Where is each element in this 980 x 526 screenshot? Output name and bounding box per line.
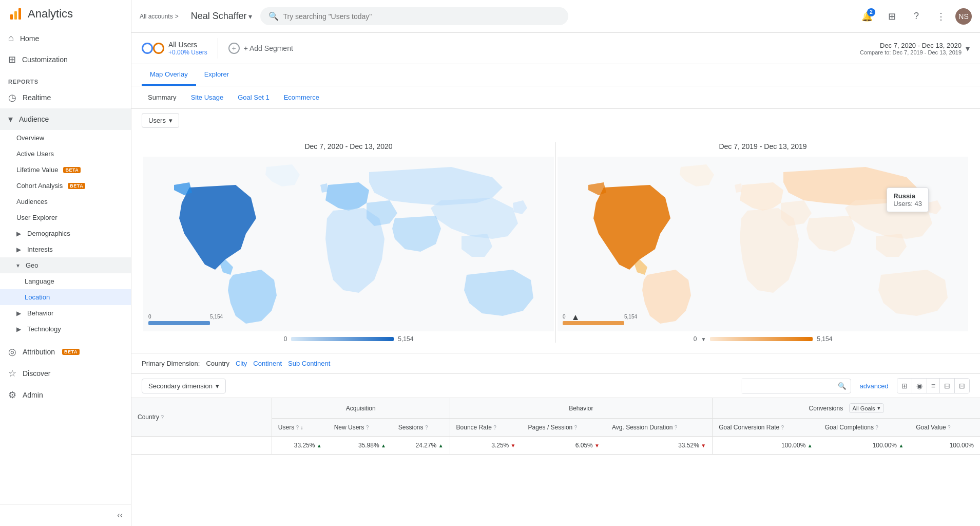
advanced-link[interactable]: advanced xyxy=(855,379,892,393)
dim-continent[interactable]: Continent xyxy=(253,360,282,367)
demographics-expand-icon: ▶ xyxy=(16,230,21,237)
sidebar-item-attribution[interactable]: ◎ Attribution BETA xyxy=(0,341,131,363)
sidebar-item-behavior[interactable]: ▶ Behavior xyxy=(0,305,131,321)
reports-section-label: REPORTS xyxy=(0,70,131,87)
users-dropdown-label: Users xyxy=(148,117,166,124)
sidebar-item-attribution-label: Attribution xyxy=(23,348,55,356)
svg-text:5,154: 5,154 xyxy=(624,314,637,320)
sidebar-item-technology[interactable]: ▶ Technology xyxy=(0,321,131,337)
goal-value-help-icon[interactable]: ? xyxy=(948,425,951,430)
map-controls: Users ▾ xyxy=(131,109,980,132)
sidebar-collapse-button[interactable]: ‹‹ xyxy=(0,504,131,526)
admin-icon: ⚙ xyxy=(8,389,16,401)
grid-icon: ⊞ xyxy=(888,11,896,22)
sidebar-item-user-explorer[interactable]: User Explorer xyxy=(0,210,131,226)
conversions-label: Conversions xyxy=(809,405,843,412)
grid-menu-button[interactable]: ⊞ xyxy=(881,6,902,27)
avg-session-help-icon[interactable]: ? xyxy=(675,425,678,430)
more-icon: ⋮ xyxy=(936,11,946,22)
add-segment-button[interactable]: + + Add Segment xyxy=(228,43,293,54)
sidebar-item-demographics[interactable]: ▶ Demographics xyxy=(0,226,131,241)
sub-tab-summary[interactable]: Summary xyxy=(142,90,183,104)
view-performance-button[interactable]: ≡ xyxy=(927,379,940,393)
sidebar-item-audience[interactable]: ▾ Audience xyxy=(0,108,131,130)
sidebar-item-lifetime-value[interactable]: Lifetime Value BETA xyxy=(0,162,131,178)
view-comparison-button[interactable]: ⊟ xyxy=(940,379,955,393)
pivot-icon: ⊡ xyxy=(959,382,965,390)
search-icon: 🔍 xyxy=(838,382,847,390)
sidebar-item-home[interactable]: ⌂ Home xyxy=(0,28,131,49)
table-search-button[interactable]: 🔍 xyxy=(834,379,851,393)
view-pivot-button[interactable]: ⊡ xyxy=(955,379,969,393)
search-input[interactable] xyxy=(283,12,560,21)
comparison-icon: ⊟ xyxy=(944,382,950,390)
sidebar-item-active-users[interactable]: Active Users xyxy=(0,146,131,162)
tab-map-overlay[interactable]: Map Overlay xyxy=(142,64,196,86)
sidebar-item-cohort-analysis[interactable]: Cohort Analysis BETA xyxy=(0,178,131,194)
date-range-text: Dec 7, 2020 - Dec 13, 2020 xyxy=(860,42,962,49)
col-header-new-users: New Users ? xyxy=(328,419,392,437)
world-map-blue: 0 5,154 xyxy=(142,157,555,331)
sidebar-item-lifetime-value-label: Lifetime Value xyxy=(16,166,58,174)
sidebar-item-language-label: Language xyxy=(25,277,54,285)
sidebar-item-home-label: Home xyxy=(20,34,39,43)
sidebar-header: Analytics xyxy=(0,0,131,28)
view-table-button[interactable]: ⊞ xyxy=(897,379,912,393)
sidebar-item-interests[interactable]: ▶ Interests xyxy=(0,241,131,257)
behavior-expand-icon: ▶ xyxy=(16,310,21,317)
sidebar-item-admin[interactable]: ⚙ Admin xyxy=(0,384,131,406)
total-pages-session-cell: 6.05% ▼ xyxy=(522,437,606,455)
sidebar-item-behavior-label: Behavior xyxy=(27,309,53,317)
user-avatar[interactable]: NS xyxy=(955,8,972,25)
map1-legend-min: 0 xyxy=(284,335,287,343)
analytics-logo-icon xyxy=(8,6,24,22)
account-name: Neal Schaffer xyxy=(191,11,247,22)
search-icon: 🔍 xyxy=(268,11,279,21)
sidebar-item-active-users-label: Active Users xyxy=(16,150,54,158)
sidebar-item-realtime[interactable]: ◷ Realtime xyxy=(0,87,131,108)
sub-tab-site-usage[interactable]: Site Usage xyxy=(185,90,230,104)
sidebar-item-language[interactable]: Language xyxy=(0,273,131,289)
map1-legend-max: 5,154 xyxy=(398,335,413,343)
users-sort-icon[interactable]: ↓ xyxy=(300,425,303,430)
sessions-help-icon[interactable]: ? xyxy=(425,425,428,430)
all-goals-dropdown[interactable]: All Goals ▾ xyxy=(849,403,884,413)
dim-city[interactable]: City xyxy=(236,360,247,367)
map2-title: Dec 7, 2019 - Dec 13, 2019 xyxy=(719,142,806,151)
chevron-down-icon: ▾ xyxy=(966,44,970,53)
search-bar[interactable]: 🔍 xyxy=(260,7,568,25)
sidebar-item-location[interactable]: Location xyxy=(0,289,131,305)
users-help-icon[interactable]: ? xyxy=(296,425,299,430)
dim-sub-continent[interactable]: Sub Continent xyxy=(288,360,330,367)
new-users-help-icon[interactable]: ? xyxy=(366,425,369,430)
geo-expand-icon: ▾ xyxy=(16,262,20,269)
bounce-rate-help-icon[interactable]: ? xyxy=(493,425,496,430)
sidebar-item-discover-label: Discover xyxy=(23,369,50,378)
help-button[interactable]: ? xyxy=(906,6,927,27)
country-help-icon[interactable]: ? xyxy=(161,415,164,420)
users-dropdown[interactable]: Users ▾ xyxy=(142,113,179,128)
date-range-expand-button[interactable]: ▾ xyxy=(966,44,970,53)
pages-session-help-icon[interactable]: ? xyxy=(574,425,578,430)
view-pie-button[interactable]: ◉ xyxy=(912,379,927,393)
segment-bar: All Users +0.00% Users + + Add Segment D… xyxy=(131,33,980,64)
sidebar-item-geo[interactable]: ▾ Geo xyxy=(0,257,131,273)
sidebar-item-audiences[interactable]: Audiences xyxy=(0,194,131,210)
goal-conv-rate-help-icon[interactable]: ? xyxy=(781,425,784,430)
secondary-dimension-button[interactable]: Secondary dimension ▾ xyxy=(142,379,226,393)
col-header-pages-session: Pages / Session ? xyxy=(522,419,606,437)
goal-completions-help-icon[interactable]: ? xyxy=(875,425,878,430)
sidebar-item-customization[interactable]: ⊞ Customization xyxy=(0,49,131,70)
total-users-cell: 33.25% ▲ xyxy=(272,437,328,455)
table-search-input[interactable] xyxy=(741,379,834,393)
sub-tab-goal-set-1[interactable]: Goal Set 1 xyxy=(232,90,275,104)
notifications-button[interactable]: 🔔 2 xyxy=(857,6,877,27)
account-selector[interactable]: Neal Schaffer ▾ xyxy=(191,11,253,22)
sub-tab-ecommerce[interactable]: Ecommerce xyxy=(278,90,325,104)
tab-explorer[interactable]: Explorer xyxy=(196,64,237,86)
main-tabs: Map Overlay Explorer xyxy=(131,64,980,86)
sidebar-item-overview[interactable]: Overview xyxy=(0,130,131,146)
world-map-orange: 0 5,154 xyxy=(556,157,970,331)
sidebar-item-discover[interactable]: ☆ Discover xyxy=(0,363,131,384)
more-options-button[interactable]: ⋮ xyxy=(931,6,951,27)
